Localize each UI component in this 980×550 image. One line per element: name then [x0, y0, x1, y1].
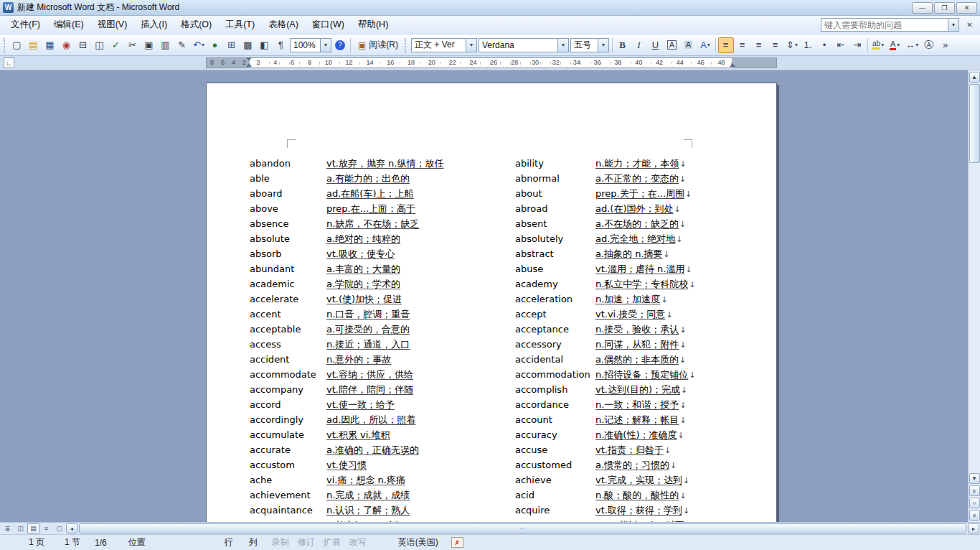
style-dropdown-icon[interactable]: ▾	[466, 39, 476, 52]
tab-stop-selector[interactable]: ∟	[4, 57, 14, 68]
menu-item[interactable]: 窗口(W)	[306, 16, 351, 34]
decrease-indent-icon[interactable]: ⇤	[833, 37, 849, 53]
new-document-icon[interactable]: ▢	[9, 37, 25, 53]
tables-borders-icon[interactable]: ▩	[240, 37, 256, 53]
bullets-icon[interactable]: •	[816, 37, 832, 53]
increase-indent-icon[interactable]: ⇥	[849, 37, 865, 53]
insert-table-icon[interactable]: ⊞	[224, 37, 240, 53]
zoom-dropdown-icon[interactable]: ▾	[320, 39, 331, 52]
toolbar-separator	[867, 38, 868, 52]
word-left: absorb	[250, 248, 326, 259]
ruler-number: 48	[717, 60, 725, 66]
maximize-button[interactable]: ❐	[934, 2, 955, 14]
cut-icon[interactable]: ✂	[125, 37, 141, 53]
minimize-button[interactable]: —	[912, 2, 933, 14]
font-color-icon[interactable]: A ▾	[887, 37, 903, 53]
previous-page-button[interactable]: «	[969, 485, 980, 496]
menu-item[interactable]: 格式(O)	[174, 16, 218, 34]
status-mode[interactable]: 扩展	[324, 536, 341, 549]
toolbar-grip[interactable]	[4, 38, 6, 52]
toolbar-grip[interactable]	[405, 38, 407, 52]
zoom-select[interactable]: 100% ▾	[290, 38, 331, 52]
word-left: above	[250, 203, 326, 214]
menu-item[interactable]: 插入(I)	[134, 16, 174, 34]
copy-icon[interactable]: ▣	[141, 37, 157, 53]
char-shading-icon[interactable]: A	[681, 37, 697, 53]
vertical-scrollbar[interactable]: ▲ ▼ « ○ «	[968, 70, 980, 522]
insert-hyperlink-icon[interactable]: ●	[207, 37, 223, 53]
menu-item[interactable]: 文件(F)	[4, 16, 47, 34]
close-document-window-icon[interactable]: ✕	[963, 19, 976, 31]
document-map-icon[interactable]: ◧	[257, 37, 273, 53]
numbering-icon[interactable]: 1.	[800, 37, 816, 53]
horizontal-scroll-track[interactable]: ⋯	[79, 523, 966, 533]
right-indent-marker[interactable]	[730, 63, 735, 67]
vocab-row: absolute a.绝对的；纯粹的 absolutely ad.完全地；绝对地…	[250, 231, 772, 246]
char-border-icon[interactable]: A	[664, 37, 680, 53]
underline-icon[interactable]: U	[648, 37, 664, 53]
menu-item[interactable]: 编辑(E)	[47, 16, 90, 34]
permission-icon[interactable]: ◉	[59, 37, 75, 53]
first-line-indent-marker[interactable]	[246, 57, 252, 61]
status-mode[interactable]: 修订	[298, 536, 315, 549]
next-page-button[interactable]: «	[969, 510, 980, 521]
char-scale-icon[interactable]: ↔ ▾	[903, 37, 920, 53]
spelling-status-icon[interactable]: ✗	[451, 537, 463, 548]
menu-item[interactable]: 工具(T)	[219, 16, 261, 34]
align-justify-icon[interactable]: ≡	[718, 37, 734, 53]
document-page[interactable]: abandon vt.放弃，抛弃 n.纵情；放任 ability n.能力；才能…	[206, 83, 777, 522]
normal-view-button[interactable]: ≣	[1, 523, 14, 533]
reading-layout-view-button[interactable]: ▢	[53, 523, 65, 533]
align-right-icon[interactable]: ≡	[751, 37, 767, 53]
horizontal-scroll-thumb[interactable]: ⋯	[79, 523, 966, 533]
undo-icon[interactable]: ↶ ▾	[191, 37, 207, 53]
paste-icon[interactable]: ▥	[158, 37, 174, 53]
show-hide-icon[interactable]: ¶	[273, 37, 289, 53]
font-select[interactable]: Verdana ▾	[479, 38, 569, 52]
status-mode[interactable]: 改写	[349, 536, 367, 549]
status-mode[interactable]: 录制	[272, 536, 289, 549]
menu-item[interactable]: 帮助(H)	[352, 16, 395, 34]
print-icon[interactable]: ⊟	[75, 37, 91, 53]
read-mode-button[interactable]: ▣ 阅读(R)	[353, 37, 403, 53]
menu-item[interactable]: 表格(A)	[262, 16, 305, 34]
print-preview-icon[interactable]: ◫	[92, 37, 108, 53]
char-style-icon[interactable]: A ▾	[697, 37, 713, 53]
open-icon[interactable]: ▤	[26, 37, 42, 53]
ruler-number: 30	[532, 60, 539, 66]
spelling-grammar-icon[interactable]: ✓	[108, 37, 124, 53]
word-right: absent	[515, 218, 595, 229]
bold-icon[interactable]: B	[615, 37, 631, 53]
style-select[interactable]: 正文 + Ver ▾	[411, 38, 477, 52]
outline-view-button[interactable]: ≡	[40, 523, 52, 533]
font-size-dropdown-icon[interactable]: ▾	[598, 39, 608, 52]
highlight-icon[interactable]: ab ▾	[870, 37, 886, 53]
definition-left: a.准确的，正确无误的	[326, 444, 515, 457]
line-spacing-icon[interactable]: ⇕ ▾	[784, 37, 800, 53]
ruler-number: 8	[308, 60, 311, 66]
toolbar-options-icon[interactable]: »	[938, 37, 953, 53]
distribute-icon[interactable]: ≡	[768, 37, 783, 53]
hanging-indent-marker[interactable]	[246, 63, 252, 67]
scroll-up-button[interactable]: ▲	[969, 72, 980, 83]
scroll-left-button[interactable]: ◂	[66, 523, 77, 533]
print-layout-view-button[interactable]: ▤	[27, 523, 39, 533]
vertical-scroll-thumb[interactable]	[969, 84, 980, 163]
menu-item[interactable]: 视图(V)	[91, 16, 134, 34]
enclose-characters-icon[interactable]: Ⓐ	[921, 37, 937, 53]
italic-icon[interactable]: I	[631, 37, 647, 53]
font-size-select[interactable]: 五号 ▾	[570, 38, 609, 52]
web-layout-view-button[interactable]: ◫	[14, 523, 27, 533]
align-center-icon[interactable]: ≡	[735, 37, 750, 53]
font-dropdown-icon[interactable]: ▾	[557, 39, 568, 52]
help-icon[interactable]: ?	[332, 37, 348, 53]
scroll-down-button[interactable]: ▼	[969, 473, 980, 484]
select-browse-object-button[interactable]: ○	[969, 498, 980, 508]
help-question-input[interactable]	[821, 18, 948, 32]
close-button[interactable]: ✕	[956, 2, 977, 14]
save-icon[interactable]: ▦	[42, 37, 58, 53]
scroll-right-button[interactable]: ▸	[968, 523, 979, 533]
status-language[interactable]: 英语(美国)	[398, 536, 438, 549]
help-dropdown-icon[interactable]: ▾	[948, 18, 959, 32]
format-painter-icon[interactable]: ✎	[174, 37, 190, 53]
